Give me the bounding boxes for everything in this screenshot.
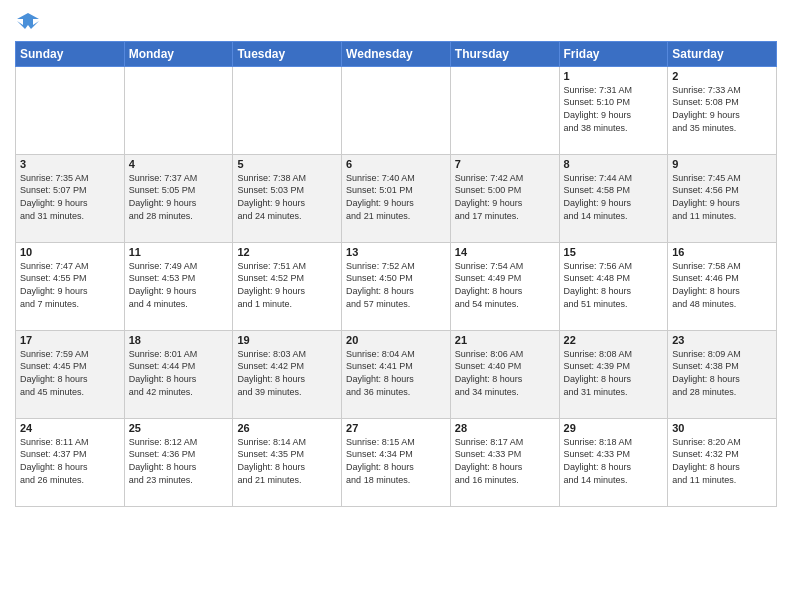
weekday-header-saturday: Saturday xyxy=(668,41,777,66)
logo-general xyxy=(15,10,39,33)
day-cell: 23Sunrise: 8:09 AM Sunset: 4:38 PM Dayli… xyxy=(668,330,777,418)
week-row-4: 24Sunrise: 8:11 AM Sunset: 4:37 PM Dayli… xyxy=(16,418,777,506)
day-number: 19 xyxy=(237,334,337,346)
logo-bird-icon xyxy=(17,11,39,33)
day-info: Sunrise: 7:37 AM Sunset: 5:05 PM Dayligh… xyxy=(129,172,229,222)
day-cell xyxy=(450,66,559,154)
logo xyxy=(15,10,39,33)
day-number: 4 xyxy=(129,158,229,170)
day-cell: 4Sunrise: 7:37 AM Sunset: 5:05 PM Daylig… xyxy=(124,154,233,242)
day-info: Sunrise: 8:11 AM Sunset: 4:37 PM Dayligh… xyxy=(20,436,120,486)
day-info: Sunrise: 8:18 AM Sunset: 4:33 PM Dayligh… xyxy=(564,436,664,486)
day-cell: 15Sunrise: 7:56 AM Sunset: 4:48 PM Dayli… xyxy=(559,242,668,330)
day-info: Sunrise: 8:08 AM Sunset: 4:39 PM Dayligh… xyxy=(564,348,664,398)
day-number: 15 xyxy=(564,246,664,258)
week-row-1: 3Sunrise: 7:35 AM Sunset: 5:07 PM Daylig… xyxy=(16,154,777,242)
day-cell: 21Sunrise: 8:06 AM Sunset: 4:40 PM Dayli… xyxy=(450,330,559,418)
day-number: 7 xyxy=(455,158,555,170)
day-cell: 6Sunrise: 7:40 AM Sunset: 5:01 PM Daylig… xyxy=(342,154,451,242)
day-cell: 24Sunrise: 8:11 AM Sunset: 4:37 PM Dayli… xyxy=(16,418,125,506)
day-number: 2 xyxy=(672,70,772,82)
day-cell: 11Sunrise: 7:49 AM Sunset: 4:53 PM Dayli… xyxy=(124,242,233,330)
day-number: 12 xyxy=(237,246,337,258)
day-cell: 25Sunrise: 8:12 AM Sunset: 4:36 PM Dayli… xyxy=(124,418,233,506)
day-number: 3 xyxy=(20,158,120,170)
day-cell: 19Sunrise: 8:03 AM Sunset: 4:42 PM Dayli… xyxy=(233,330,342,418)
day-cell xyxy=(16,66,125,154)
day-number: 18 xyxy=(129,334,229,346)
day-number: 1 xyxy=(564,70,664,82)
svg-marker-0 xyxy=(17,13,39,29)
day-cell: 2Sunrise: 7:33 AM Sunset: 5:08 PM Daylig… xyxy=(668,66,777,154)
day-number: 28 xyxy=(455,422,555,434)
day-info: Sunrise: 8:15 AM Sunset: 4:34 PM Dayligh… xyxy=(346,436,446,486)
weekday-header-row: SundayMondayTuesdayWednesdayThursdayFrid… xyxy=(16,41,777,66)
day-cell: 14Sunrise: 7:54 AM Sunset: 4:49 PM Dayli… xyxy=(450,242,559,330)
day-cell: 30Sunrise: 8:20 AM Sunset: 4:32 PM Dayli… xyxy=(668,418,777,506)
day-info: Sunrise: 7:56 AM Sunset: 4:48 PM Dayligh… xyxy=(564,260,664,310)
day-cell: 20Sunrise: 8:04 AM Sunset: 4:41 PM Dayli… xyxy=(342,330,451,418)
day-info: Sunrise: 8:06 AM Sunset: 4:40 PM Dayligh… xyxy=(455,348,555,398)
day-info: Sunrise: 7:52 AM Sunset: 4:50 PM Dayligh… xyxy=(346,260,446,310)
day-cell: 18Sunrise: 8:01 AM Sunset: 4:44 PM Dayli… xyxy=(124,330,233,418)
day-cell: 10Sunrise: 7:47 AM Sunset: 4:55 PM Dayli… xyxy=(16,242,125,330)
week-row-2: 10Sunrise: 7:47 AM Sunset: 4:55 PM Dayli… xyxy=(16,242,777,330)
day-number: 13 xyxy=(346,246,446,258)
day-number: 22 xyxy=(564,334,664,346)
day-number: 14 xyxy=(455,246,555,258)
day-number: 24 xyxy=(20,422,120,434)
day-cell: 9Sunrise: 7:45 AM Sunset: 4:56 PM Daylig… xyxy=(668,154,777,242)
day-info: Sunrise: 7:42 AM Sunset: 5:00 PM Dayligh… xyxy=(455,172,555,222)
day-info: Sunrise: 8:12 AM Sunset: 4:36 PM Dayligh… xyxy=(129,436,229,486)
day-info: Sunrise: 7:33 AM Sunset: 5:08 PM Dayligh… xyxy=(672,84,772,134)
page: SundayMondayTuesdayWednesdayThursdayFrid… xyxy=(0,0,792,612)
weekday-header-thursday: Thursday xyxy=(450,41,559,66)
day-number: 11 xyxy=(129,246,229,258)
day-number: 8 xyxy=(564,158,664,170)
weekday-header-sunday: Sunday xyxy=(16,41,125,66)
day-info: Sunrise: 8:09 AM Sunset: 4:38 PM Dayligh… xyxy=(672,348,772,398)
day-cell: 16Sunrise: 7:58 AM Sunset: 4:46 PM Dayli… xyxy=(668,242,777,330)
weekday-header-friday: Friday xyxy=(559,41,668,66)
day-info: Sunrise: 7:59 AM Sunset: 4:45 PM Dayligh… xyxy=(20,348,120,398)
day-number: 29 xyxy=(564,422,664,434)
day-info: Sunrise: 7:51 AM Sunset: 4:52 PM Dayligh… xyxy=(237,260,337,310)
day-info: Sunrise: 7:49 AM Sunset: 4:53 PM Dayligh… xyxy=(129,260,229,310)
day-number: 5 xyxy=(237,158,337,170)
day-cell: 28Sunrise: 8:17 AM Sunset: 4:33 PM Dayli… xyxy=(450,418,559,506)
day-info: Sunrise: 7:54 AM Sunset: 4:49 PM Dayligh… xyxy=(455,260,555,310)
day-info: Sunrise: 8:20 AM Sunset: 4:32 PM Dayligh… xyxy=(672,436,772,486)
day-number: 23 xyxy=(672,334,772,346)
day-cell: 12Sunrise: 7:51 AM Sunset: 4:52 PM Dayli… xyxy=(233,242,342,330)
day-info: Sunrise: 7:58 AM Sunset: 4:46 PM Dayligh… xyxy=(672,260,772,310)
weekday-header-tuesday: Tuesday xyxy=(233,41,342,66)
day-cell: 3Sunrise: 7:35 AM Sunset: 5:07 PM Daylig… xyxy=(16,154,125,242)
weekday-header-wednesday: Wednesday xyxy=(342,41,451,66)
day-cell: 27Sunrise: 8:15 AM Sunset: 4:34 PM Dayli… xyxy=(342,418,451,506)
day-cell: 17Sunrise: 7:59 AM Sunset: 4:45 PM Dayli… xyxy=(16,330,125,418)
day-info: Sunrise: 7:45 AM Sunset: 4:56 PM Dayligh… xyxy=(672,172,772,222)
day-number: 25 xyxy=(129,422,229,434)
day-number: 6 xyxy=(346,158,446,170)
day-number: 20 xyxy=(346,334,446,346)
day-number: 10 xyxy=(20,246,120,258)
day-cell: 29Sunrise: 8:18 AM Sunset: 4:33 PM Dayli… xyxy=(559,418,668,506)
day-cell xyxy=(233,66,342,154)
day-cell xyxy=(342,66,451,154)
day-cell: 26Sunrise: 8:14 AM Sunset: 4:35 PM Dayli… xyxy=(233,418,342,506)
day-info: Sunrise: 7:44 AM Sunset: 4:58 PM Dayligh… xyxy=(564,172,664,222)
day-cell: 22Sunrise: 8:08 AM Sunset: 4:39 PM Dayli… xyxy=(559,330,668,418)
day-cell: 8Sunrise: 7:44 AM Sunset: 4:58 PM Daylig… xyxy=(559,154,668,242)
day-info: Sunrise: 8:01 AM Sunset: 4:44 PM Dayligh… xyxy=(129,348,229,398)
day-info: Sunrise: 7:31 AM Sunset: 5:10 PM Dayligh… xyxy=(564,84,664,134)
day-number: 17 xyxy=(20,334,120,346)
day-info: Sunrise: 7:38 AM Sunset: 5:03 PM Dayligh… xyxy=(237,172,337,222)
day-cell: 7Sunrise: 7:42 AM Sunset: 5:00 PM Daylig… xyxy=(450,154,559,242)
day-info: Sunrise: 8:14 AM Sunset: 4:35 PM Dayligh… xyxy=(237,436,337,486)
day-info: Sunrise: 8:04 AM Sunset: 4:41 PM Dayligh… xyxy=(346,348,446,398)
day-number: 16 xyxy=(672,246,772,258)
calendar: SundayMondayTuesdayWednesdayThursdayFrid… xyxy=(15,41,777,507)
header xyxy=(15,10,777,33)
day-info: Sunrise: 8:03 AM Sunset: 4:42 PM Dayligh… xyxy=(237,348,337,398)
day-cell xyxy=(124,66,233,154)
